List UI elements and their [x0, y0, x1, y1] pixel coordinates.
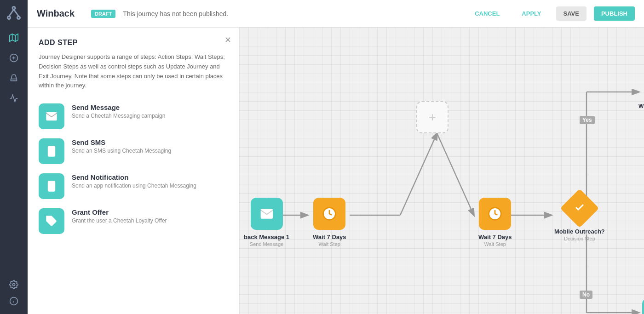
apply-button[interactable]: APPLY — [514, 6, 548, 21]
node-label-decision: Mobile Outreach? — [554, 228, 605, 235]
step-desc-send-message: Send a Cheetah Messaging campaign — [72, 113, 228, 119]
cancel-button[interactable]: CANCEL — [467, 6, 507, 21]
node-sublabel-wait1: Wait Step — [319, 241, 340, 247]
send-message-node-icon — [251, 198, 283, 230]
arrows-overlay — [239, 28, 644, 314]
node-label-notif1: Winback Notification — [638, 103, 644, 109]
step-item-grant-offer[interactable]: Grant Offer Grant the user a Cheetah Loy… — [39, 208, 228, 234]
svg-line-24 — [437, 133, 474, 215]
panel-description: Journey Designer supports a range of ste… — [39, 52, 228, 91]
placeholder-node-icon: + — [416, 101, 448, 133]
svg-line-3 — [9, 10, 14, 17]
node-label-wait2: Wait 7 Days — [478, 234, 512, 240]
nav-map-icon[interactable] — [6, 29, 22, 46]
main-content: Winback DRAFT This journey has not been … — [28, 0, 644, 314]
step-name-grant-offer: Grant Offer — [72, 208, 228, 216]
svg-line-23 — [400, 133, 437, 215]
canvas-area[interactable]: back Message 1 Send Message Wait 7 Days … — [239, 28, 644, 314]
step-desc-send-notification: Send an app notification using Cheetah M… — [72, 183, 228, 189]
node-label-wait1: Wait 7 Days — [313, 234, 346, 240]
nav-add-icon[interactable] — [6, 50, 22, 66]
svg-line-4 — [14, 10, 19, 17]
add-step-panel: ✕ ADD STEP Journey Designer supports a r… — [28, 28, 239, 314]
node-sublabel-msg1: Send Message — [250, 241, 283, 247]
save-button[interactable]: SAVE — [556, 6, 586, 21]
logo-icon — [6, 5, 22, 21]
panel-close-icon[interactable]: ✕ — [224, 35, 231, 45]
draft-badge: DRAFT — [91, 10, 115, 18]
node-notif2[interactable]: Winback M... — [638, 299, 644, 314]
decision-check-icon — [574, 202, 585, 215]
svg-point-12 — [13, 284, 15, 286]
node-sublabel-wait2: Wait Step — [484, 241, 506, 247]
step-name-send-message: Send Message — [72, 103, 228, 111]
page-title: Winback — [37, 8, 75, 19]
node-wait2[interactable]: Wait 7 Days Wait Step — [478, 198, 512, 247]
node-send-message[interactable]: back Message 1 Send Message — [244, 198, 289, 247]
step-item-send-notification[interactable]: Send Notification Send an app notificati… — [39, 173, 228, 199]
header-status: This journey has not been published. — [123, 10, 228, 17]
node-label-msg1: back Message 1 — [244, 234, 289, 240]
wait1-node-icon — [313, 198, 345, 230]
step-name-send-sms: Send SMS — [72, 138, 228, 146]
step-desc-grant-offer: Grant the user a Cheetah Loyalty Offer — [72, 217, 228, 224]
notif2-node-icon — [642, 299, 644, 314]
step-name-send-notification: Send Notification — [72, 173, 228, 181]
svg-point-1 — [8, 17, 11, 19]
publish-button[interactable]: PUBLISH — [594, 6, 635, 21]
decision-diamond — [560, 189, 599, 228]
decision-node-wrap — [564, 192, 596, 224]
step-desc-send-sms: Send an SMS using Cheetah Messaging — [72, 148, 228, 154]
nav-analytics-icon[interactable] — [6, 90, 22, 107]
step-item-send-sms[interactable]: Send SMS Send an SMS using Cheetah Messa… — [39, 138, 228, 164]
svg-point-2 — [17, 17, 20, 19]
grant-offer-icon — [39, 208, 64, 234]
canvas-inner: back Message 1 Send Message Wait 7 Days … — [239, 28, 644, 314]
wait2-node-icon — [479, 198, 511, 230]
svg-marker-5 — [10, 34, 18, 42]
svg-point-0 — [12, 7, 15, 10]
panel-title: ADD STEP — [39, 39, 228, 47]
send-notification-icon — [39, 173, 64, 199]
nav-info-icon[interactable] — [6, 293, 22, 309]
node-notif1[interactable]: Winback Notification Send Notification — [638, 74, 644, 116]
node-sublabel-decision: Decision Step — [564, 236, 595, 241]
node-placeholder[interactable]: + — [416, 101, 448, 133]
body-area: ✕ ADD STEP Journey Designer supports a r… — [28, 28, 644, 314]
node-wait1[interactable]: Wait 7 Days Wait Step — [313, 198, 346, 247]
node-decision[interactable]: Mobile Outreach? Decision Step — [554, 192, 605, 241]
send-sms-icon — [39, 138, 64, 164]
send-message-icon — [39, 103, 64, 129]
left-nav — [0, 0, 28, 314]
step-item-send-message[interactable]: Send Message Send a Cheetah Messaging ca… — [39, 103, 228, 129]
placeholder-plus-icon: + — [429, 110, 436, 125]
yes-branch-label: Yes — [580, 116, 595, 124]
nav-settings-icon[interactable] — [6, 276, 22, 293]
app-header: Winback DRAFT This journey has not been … — [28, 0, 644, 28]
no-branch-label: No — [580, 291, 592, 299]
nav-flask-icon[interactable] — [6, 70, 22, 86]
